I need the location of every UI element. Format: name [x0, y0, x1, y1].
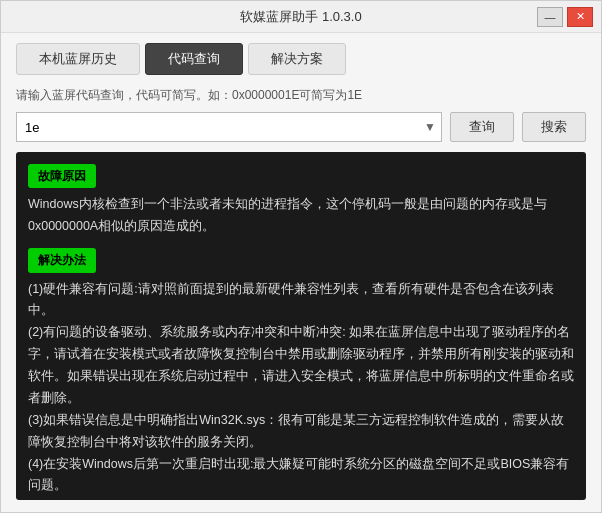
window-title: 软媒蓝屏助手 1.0.3.0 [65, 8, 537, 26]
search-input[interactable] [16, 112, 442, 142]
query-button[interactable]: 查询 [450, 112, 514, 142]
cause-badge: 故障原因 [28, 164, 96, 188]
tab-query[interactable]: 代码查询 [145, 43, 243, 75]
tab-bar: 本机蓝屏历史 代码查询 解决方案 [1, 33, 601, 75]
tab-history[interactable]: 本机蓝屏历史 [16, 43, 140, 75]
solution-badge: 解决办法 [28, 248, 96, 272]
window-controls: — ✕ [537, 7, 593, 27]
content-area: 请输入蓝屏代码查询，代码可简写。如：0x0000001E可简写为1E ▼ 查询 … [1, 75, 601, 512]
title-bar: 软媒蓝屏助手 1.0.3.0 — ✕ [1, 1, 601, 33]
hint-text: 请输入蓝屏代码查询，代码可简写。如：0x0000001E可简写为1E [16, 87, 586, 104]
tab-solution[interactable]: 解决方案 [248, 43, 346, 75]
main-window: 软媒蓝屏助手 1.0.3.0 — ✕ 本机蓝屏历史 代码查询 解决方案 请输入蓝… [0, 0, 602, 513]
close-button[interactable]: ✕ [567, 7, 593, 27]
search-input-wrap: ▼ [16, 112, 442, 142]
solution-text: (1)硬件兼容有问题:请对照前面提到的最新硬件兼容性列表，查看所有硬件是否包含在… [28, 279, 574, 500]
result-panel[interactable]: 故障原因 Windows内核检查到一个非法或者未知的进程指令，这个停机码一般是由… [16, 152, 586, 500]
cause-text: Windows内核检查到一个非法或者未知的进程指令，这个停机码一般是由问题的内存… [28, 194, 574, 238]
search-button[interactable]: 搜索 [522, 112, 586, 142]
minimize-button[interactable]: — [537, 7, 563, 27]
search-row: ▼ 查询 搜索 [16, 112, 586, 142]
